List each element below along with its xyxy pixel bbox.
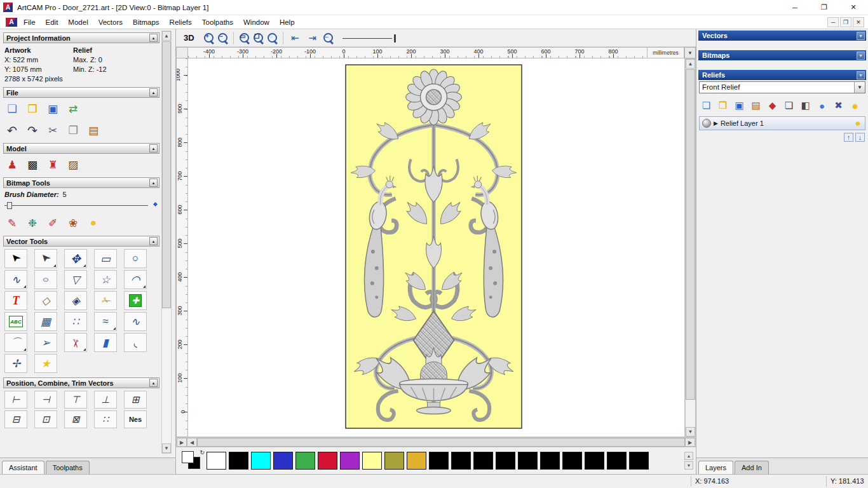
palette-swatch[interactable]: [562, 452, 582, 470]
smooth-relief-icon[interactable]: ●: [815, 98, 829, 112]
collapse-section-button[interactable]: ▲: [149, 144, 158, 152]
fit-spline-tool[interactable]: ∿: [124, 312, 147, 331]
palette-swatch[interactable]: [295, 452, 315, 470]
redo-icon[interactable]: ↷: [25, 123, 40, 138]
zoom-in-icon[interactable]: +: [203, 32, 215, 44]
slice-vectors-tool[interactable]: ✂: [64, 333, 87, 352]
tab-layers[interactable]: Layers: [698, 461, 733, 475]
undo-icon[interactable]: ↶: [4, 123, 20, 138]
paste-array-tool[interactable]: ∷: [64, 312, 87, 331]
new-relief-layer-icon[interactable]: ❏: [699, 98, 714, 112]
fillet-tool[interactable]: ◟: [124, 333, 147, 352]
palette-swatch[interactable]: [229, 452, 248, 470]
join-vectors-tool[interactable]: ➢: [34, 333, 57, 352]
palette-swatch[interactable]: [496, 452, 515, 470]
fit-arc-tool[interactable]: ⌒: [4, 333, 27, 352]
zoom-page-icon[interactable]: ❑: [252, 32, 264, 44]
relief-selector[interactable]: Front Relief ▼: [699, 81, 865, 93]
group-vectors-tool[interactable]: ⊟: [4, 410, 27, 428]
chevron-down-icon[interactable]: ▼: [854, 82, 865, 93]
zoom-box-icon[interactable]: ▭: [238, 32, 250, 44]
scrollbar-thumb[interactable]: [162, 41, 171, 308]
toggle-all-visibility-icon[interactable]: ●: [848, 98, 862, 112]
menu-item[interactable]: File: [18, 17, 41, 28]
scroll-left-icon[interactable]: ◀: [187, 438, 197, 447]
zoom-previous-icon[interactable]: ←: [322, 32, 334, 44]
expand-panel-button[interactable]: ▼: [857, 51, 865, 60]
tab-assistant[interactable]: Assistant: [2, 461, 44, 475]
align-left-tool[interactable]: ⊢: [4, 391, 27, 409]
palette-swatch[interactable]: [273, 452, 293, 470]
palette-swatch[interactable]: [384, 452, 404, 470]
greyscale-preview-icon[interactable]: ▩: [25, 157, 40, 172]
measure-tool[interactable]: ◇: [34, 291, 57, 310]
set-model-size-icon[interactable]: ♟: [4, 157, 20, 172]
scroll-up-icon[interactable]: ▲: [162, 31, 171, 41]
mdi-close-icon[interactable]: ✕: [853, 17, 864, 27]
zoom-objects-icon[interactable]: ◌: [266, 32, 278, 44]
export-model-icon[interactable]: ⇄: [65, 101, 81, 116]
layer-name[interactable]: Relief Layer 1: [721, 119, 851, 127]
ungroup-vectors-tool[interactable]: ⊡: [34, 410, 57, 428]
palette-swatch[interactable]: [451, 452, 471, 470]
palette-swatch[interactable]: [251, 452, 271, 470]
merge-relief-icon[interactable]: ▤: [749, 98, 763, 112]
distort-vectors-tool[interactable]: ✢: [4, 354, 27, 373]
nesting-tool[interactable]: Nes: [124, 410, 147, 428]
units-dropdown-icon[interactable]: ▼: [684, 47, 696, 58]
expand-panel-button[interactable]: ▼: [857, 32, 865, 40]
palette-swatch[interactable]: [207, 452, 226, 470]
collapse-section-button[interactable]: ▲: [149, 237, 158, 245]
palette-swatch[interactable]: [540, 452, 560, 470]
scrollbar-thumb[interactable]: [197, 438, 685, 447]
tab-add-in[interactable]: Add In: [735, 461, 769, 475]
palette-swatch[interactable]: [318, 452, 337, 470]
create-polygon-tool[interactable]: ▽: [64, 270, 87, 289]
load-image-icon[interactable]: ▨: [65, 157, 81, 172]
drawing-canvas[interactable]: [188, 58, 685, 437]
move-layer-up-button[interactable]: ↑: [844, 133, 853, 142]
mdi-minimize-icon[interactable]: ─: [827, 17, 839, 27]
collapse-section-button[interactable]: ▲: [149, 34, 158, 42]
expand-panel-button[interactable]: ▼: [857, 71, 865, 79]
offset-vectors-tool[interactable]: ◈: [64, 291, 87, 310]
node-editing-tool[interactable]: ➤: [34, 249, 57, 268]
open-relief-layer-icon[interactable]: ❒: [715, 98, 730, 112]
create-circle-tool[interactable]: ○: [124, 249, 147, 268]
save-relief-layer-icon[interactable]: ▣: [732, 98, 747, 112]
menu-item[interactable]: Toolpaths: [197, 17, 238, 28]
palette-swatch[interactable]: [607, 452, 627, 470]
swap-colours-icon[interactable]: ↻: [200, 449, 205, 456]
weld-vectors-tool[interactable]: ⊠: [64, 410, 87, 428]
snap-left-icon[interactable]: ⇤: [288, 30, 303, 46]
palette-swatch[interactable]: [407, 452, 426, 470]
paint-selective-icon[interactable]: ❉: [25, 215, 40, 231]
menu-item[interactable]: Reliefs: [165, 17, 197, 28]
relief-colour-icon[interactable]: ◆: [765, 98, 780, 112]
align-right-tool[interactable]: ⊣: [34, 391, 57, 409]
paste-icon[interactable]: ▤: [86, 123, 101, 138]
menu-item[interactable]: Edit: [41, 17, 64, 28]
wrap-vectors-tool[interactable]: ★: [34, 354, 57, 373]
select-vectors-tool[interactable]: ➤: [4, 249, 27, 268]
palette-scroll-up-icon[interactable]: ▲: [684, 452, 693, 460]
create-rectangle-tool[interactable]: ▭: [94, 249, 117, 268]
layer-expander-icon[interactable]: ▶: [714, 120, 718, 126]
primary-colour-swatch[interactable]: [182, 451, 194, 463]
scrollbar-thumb[interactable]: [686, 69, 695, 400]
palette-scroll-down-icon[interactable]: ▼: [684, 461, 693, 470]
colour-mix-icon[interactable]: ❀: [65, 215, 81, 231]
new-model-icon[interactable]: ❏: [4, 101, 20, 116]
scroll-down-icon[interactable]: ▼: [686, 427, 695, 437]
scroll-down-icon[interactable]: ▼: [162, 444, 171, 453]
delete-layer-icon[interactable]: ✖: [831, 98, 846, 112]
array-copy-tool[interactable]: ∷: [94, 410, 117, 428]
scroll-right-icon[interactable]: ▶: [685, 438, 695, 447]
menu-item[interactable]: Vectors: [93, 17, 128, 28]
extrude-tool[interactable]: ▮: [94, 333, 117, 352]
close-button[interactable]: ✕: [839, 0, 868, 15]
snap-right-icon[interactable]: ⇥: [305, 30, 320, 46]
menu-item[interactable]: Bitmaps: [128, 17, 165, 28]
create-text-tool[interactable]: T: [4, 291, 27, 310]
cut-icon[interactable]: ✂: [45, 123, 60, 138]
